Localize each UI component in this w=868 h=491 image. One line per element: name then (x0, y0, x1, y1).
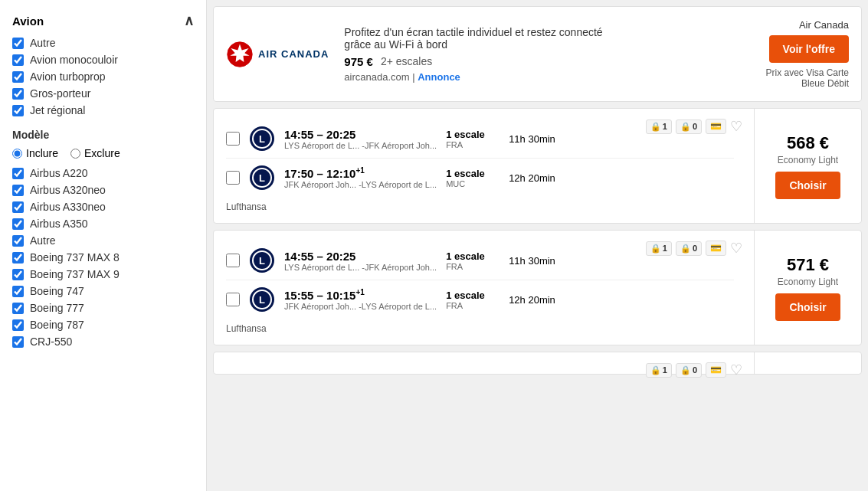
checkbox-modele-a220[interactable] (12, 168, 24, 179)
choisir-button-1[interactable]: Choisir (775, 293, 840, 321)
lock-icon-1: 🔒1 (646, 241, 672, 256)
flight-price-label-0: Economy Light (778, 155, 838, 165)
flight-card-0: 🔒1🔒0💳♡ L 14:55 – 20:25 LYS Aéroport de L… (213, 108, 862, 224)
ad-price-row: 975 € 2+ escales (344, 55, 742, 68)
flight-time-1-0: 14:55 – 20:25 LYS Aéroport de L... -JFK … (284, 250, 437, 272)
sidebar-avion-item-gros_porteur: Gros-porteur (12, 87, 194, 100)
sidebar-avion-item-jet_regional: Jet régional (12, 104, 194, 116)
label-avion-jet_regional: Jet régional (30, 104, 85, 116)
ad-airline-label: Air Canada (799, 19, 849, 31)
air-canada-logo: AIR CANADA (226, 41, 329, 68)
label-modele-b747: Boeing 747 (30, 285, 84, 297)
flight-price-label-1: Economy Light (778, 277, 838, 287)
avion-checkboxes: AutreAvion monocouloirAvion turbopropGro… (12, 37, 194, 116)
ad-escales: 2+ escales (381, 55, 432, 67)
sidebar-modele-item-a330neo: Airbus A330neo (12, 201, 194, 213)
sidebar-avion-item-monocouloir: Avion monocouloir (12, 54, 194, 66)
label-modele-b737max9: Boeing 737 MAX 9 (30, 268, 120, 280)
checkbox-modele-a330neo[interactable] (12, 201, 24, 213)
flight-row-1-1: L 15:55 – 10:15+1 JFK Aéroport Joh... -L… (226, 280, 734, 319)
sidebar-modele-item-a220: Airbus A220 (12, 167, 194, 179)
modele-section-title: Modèle (12, 129, 194, 141)
checkbox-avion-monocouloir[interactable] (12, 54, 24, 66)
lock-zero-icon-2: 🔒0 (676, 363, 702, 378)
sidebar-modele-item-b737max9: Boeing 737 MAX 9 (12, 268, 194, 280)
checkbox-modele-b737max8[interactable] (12, 252, 24, 264)
label-avion-turboprop: Avion turboprop (30, 70, 106, 83)
flight-duration-1-1: 12h 20min (509, 294, 570, 306)
ad-actions: Air Canada Voir l'offre Prix avec Visa C… (757, 19, 849, 89)
flight-stops-0-0: 1 escaleFRA (446, 129, 500, 149)
radio-inclure[interactable]: Inclure (12, 147, 58, 159)
sidebar-modele-item-b747: Boeing 747 (12, 285, 194, 297)
checkbox-modele-b777[interactable] (12, 303, 24, 314)
ad-card: AIR CANADA Profitez d'un écran tactile i… (213, 6, 862, 102)
air-canada-maple-icon (226, 41, 254, 68)
checkbox-modele-a320neo[interactable] (12, 185, 24, 196)
label-modele-a350: Airbus A350 (30, 218, 88, 230)
sidebar-modele-item-b787: Boeing 787 (12, 319, 194, 331)
svg-text:L: L (259, 133, 265, 145)
card-icon-0: 💳 (706, 119, 726, 134)
flight-cards-container: 🔒1🔒0💳♡ L 14:55 – 20:25 LYS Aéroport de L… (207, 108, 868, 375)
checkbox-avion-gros_porteur[interactable] (12, 88, 24, 100)
label-modele-b737max8: Boeing 737 MAX 8 (30, 251, 120, 264)
ad-logo: AIR CANADA (226, 41, 329, 68)
lock-icon-0: 🔒1 (646, 119, 672, 134)
sidebar: Avion ∧ AutreAvion monocouloirAvion turb… (0, 0, 207, 491)
choisir-button-0[interactable]: Choisir (775, 172, 840, 199)
flight-time-0-1: 17:50 – 12:10+1 JFK Aéroport Joh... -LYS… (284, 166, 437, 189)
heart-button-1[interactable]: ♡ (730, 240, 742, 257)
label-avion-gros_porteur: Gros-porteur (30, 87, 90, 100)
avion-section-title: Avion (12, 15, 44, 28)
label-modele-crj550: CRJ-550 (30, 336, 72, 348)
airline-logo-1-1: L (249, 286, 275, 313)
checkbox-modele-b787[interactable] (12, 319, 24, 331)
flight-price-0: 568 € (787, 133, 829, 153)
flight-select-checkbox-1-0[interactable] (226, 254, 240, 267)
checkbox-modele-b737max9[interactable] (12, 269, 24, 280)
checkbox-modele-a350[interactable] (12, 218, 24, 230)
svg-text:L: L (259, 294, 265, 306)
avion-chevron-icon[interactable]: ∧ (184, 12, 194, 29)
flight-top-icons-2: 🔒1🔒0💳♡ (646, 362, 742, 378)
checkbox-modele-crj550[interactable] (12, 336, 24, 348)
flight-card-2: 🔒1🔒0💳♡ (213, 352, 862, 375)
radio-exclure[interactable]: Exclure (70, 147, 120, 159)
svg-text:L: L (259, 172, 265, 184)
flight-stops-1-0: 1 escaleFRA (446, 250, 500, 271)
modele-radio-group: Inclure Exclure (12, 147, 194, 159)
flight-right-panel-0: 568 €Economy LightChoisir (754, 109, 861, 223)
flight-select-checkbox-0-1[interactable] (226, 171, 240, 185)
checkbox-avion-turboprop[interactable] (12, 71, 24, 83)
label-modele-a220: Airbus A220 (30, 167, 88, 179)
checkbox-modele-autre2[interactable] (12, 235, 24, 247)
checkbox-modele-b747[interactable] (12, 286, 24, 297)
sidebar-modele-item-a350: Airbus A350 (12, 218, 194, 230)
label-modele-a330neo: Airbus A330neo (30, 201, 106, 213)
label-avion-monocouloir: Avion monocouloir (30, 54, 118, 66)
checkbox-avion-jet_regional[interactable] (12, 105, 24, 116)
card-icon-2: 💳 (706, 362, 726, 378)
flight-select-checkbox-1-1[interactable] (226, 293, 240, 306)
flight-select-checkbox-0-0[interactable] (226, 132, 240, 146)
sidebar-modele-item-autre2: Autre (12, 234, 194, 247)
sidebar-avion-item-autre: Autre (12, 37, 194, 49)
voir-offre-button[interactable]: Voir l'offre (769, 35, 849, 63)
ad-price: 975 € (344, 55, 373, 68)
flight-top-icons-1: 🔒1🔒0💳♡ (646, 240, 742, 257)
avion-section-header: Avion ∧ (12, 12, 194, 29)
heart-button-0[interactable]: ♡ (730, 118, 742, 135)
checkbox-avion-autre[interactable] (12, 38, 24, 49)
label-modele-b787: Boeing 787 (30, 319, 84, 331)
svg-text:L: L (259, 255, 265, 267)
heart-button-2[interactable]: ♡ (730, 362, 742, 378)
ad-content: Profitez d'un écran tactile individuel e… (344, 26, 742, 83)
flight-card-1: 🔒1🔒0💳♡ L 14:55 – 20:25 LYS Aéroport de L… (213, 230, 862, 345)
air-canada-name: AIR CANADA (258, 48, 329, 60)
sidebar-modele-item-b737max8: Boeing 737 MAX 8 (12, 251, 194, 264)
label-modele-a320neo: Airbus A320neo (30, 184, 106, 196)
lock-zero-icon-0: 🔒0 (676, 119, 702, 134)
sidebar-modele-item-a320neo: Airbus A320neo (12, 184, 194, 196)
label-avion-autre: Autre (30, 37, 55, 49)
